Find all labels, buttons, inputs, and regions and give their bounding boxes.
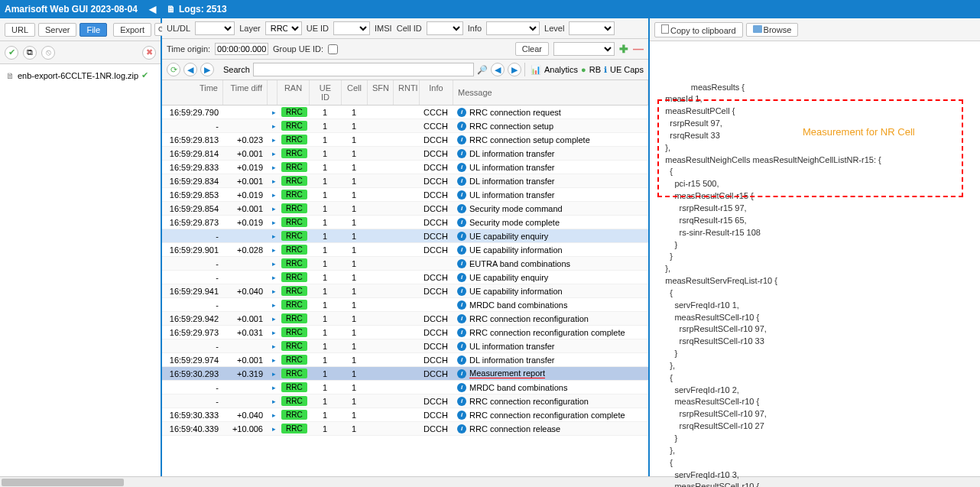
search-next-icon[interactable]: ▶: [508, 63, 521, 76]
level-select[interactable]: [569, 21, 615, 35]
table-row[interactable]: -▸RRC11iEUTRA band combinations: [162, 257, 648, 271]
right-pane: Copy to clipboard Browse Measurement for…: [650, 0, 980, 487]
table-row[interactable]: -▸RRC11iMRDC band combinations: [162, 381, 648, 394]
table-row[interactable]: 16:59:29.941+0.040▸RRC11DCCHiUE capabili…: [162, 284, 648, 298]
col-rnti[interactable]: RNTI: [394, 80, 420, 105]
grid-body[interactable]: 16:59:29.790▸RRC11CCCHiRRC connection re…: [162, 106, 648, 487]
info-icon: i: [457, 300, 466, 310]
collapse-left-icon[interactable]: ◀: [149, 4, 156, 15]
table-row[interactable]: 16:59:29.814+0.001▸RRC11DCCHiDL informat…: [162, 147, 648, 161]
stop-icon[interactable]: ⦸: [41, 46, 55, 60]
table-row[interactable]: -▸RRC11DCCHiRRC connection reconfigurati…: [162, 394, 648, 408]
info-icon: i: [457, 424, 466, 433]
ueid-label: UE ID: [307, 24, 329, 33]
table-row[interactable]: -▸RRC11DCCHiUE capability enquiry: [162, 229, 648, 243]
detail-body[interactable]: Measurement for NR Cell measResults { me…: [650, 41, 980, 487]
table-row[interactable]: 16:59:29.854+0.001▸RRC11DCCHiSecurity mo…: [162, 202, 648, 216]
table-row[interactable]: 16:59:29.790▸RRC11CCCHiRRC connection re…: [162, 106, 648, 119]
table-row[interactable]: -▸RRC11DCCHiUL information transfer: [162, 339, 648, 353]
rb-label[interactable]: RB: [589, 65, 601, 74]
uecaps-label[interactable]: UE Caps: [610, 65, 644, 74]
uldl-select[interactable]: [195, 21, 235, 35]
cellid-label: Cell ID: [397, 24, 422, 33]
table-row[interactable]: 16:59:29.942+0.001▸RRC11DCCHiRRC connect…: [162, 312, 648, 326]
table-row[interactable]: -▸RRC11DCCHiUE capability enquiry: [162, 271, 648, 284]
info-icon: i: [457, 328, 466, 337]
group-ueid-label: Group UE ID:: [273, 44, 323, 54]
reload-icon[interactable]: ⟳: [167, 63, 180, 76]
col-diff[interactable]: Time diff: [223, 80, 268, 105]
layer-select[interactable]: RRC: [265, 21, 302, 35]
filter-row2: Time origin: Group UE ID: Clear ✚ —: [162, 39, 648, 60]
info-icon: i: [457, 204, 466, 213]
copy-icon[interactable]: ⧉: [23, 46, 37, 60]
remove-icon[interactable]: —: [633, 43, 644, 55]
table-row[interactable]: -▸RRC11iMRDC band combinations: [162, 298, 648, 312]
logs-tab[interactable]: 🗎 Logs: 2513: [162, 0, 648, 18]
time-origin-input[interactable]: [215, 43, 268, 55]
uldl-label: UL/DL: [167, 24, 190, 33]
info-icon: i: [457, 108, 466, 117]
level-label: Level: [544, 24, 564, 33]
highlight-box: [657, 99, 963, 197]
info-icon: i: [457, 149, 466, 158]
add-icon[interactable]: ✚: [619, 43, 628, 55]
info-icon: i: [457, 273, 466, 282]
table-row[interactable]: 16:59:29.833+0.019▸RRC11DCCHiUL informat…: [162, 161, 648, 174]
info-select[interactable]: [486, 21, 540, 35]
search-prev-icon[interactable]: ◀: [491, 63, 505, 76]
table-row[interactable]: 16:59:29.873+0.019▸RRC11DCCHiSecurity mo…: [162, 216, 648, 229]
info-icon: i: [457, 383, 466, 392]
table-row[interactable]: 16:59:40.339+10.006▸RRC11DCCHiRRC connec…: [162, 422, 648, 436]
close-icon[interactable]: ✖: [142, 46, 156, 60]
next-icon[interactable]: ▶: [200, 63, 214, 76]
group-ueid-checkbox[interactable]: [328, 44, 338, 54]
file-tree: 🗎 enb-export-6CCLTE-1NR.log.zip ✔: [0, 64, 161, 86]
analytics-label[interactable]: Analytics: [544, 65, 578, 74]
uecaps-icon: ℹ: [604, 65, 607, 75]
table-row[interactable]: 16:59:30.293+0.319▸RRC11DCCHiMeasurement…: [162, 367, 648, 381]
table-row[interactable]: 16:59:29.834+0.001▸RRC11DCCHiDL informat…: [162, 174, 648, 188]
info-icon: i: [457, 177, 466, 186]
center-pane: 🗎 Logs: 2513 UL/DL Layer RRC UE ID IMSI …: [162, 0, 650, 487]
clear-button[interactable]: Clear: [515, 42, 549, 56]
info-icon: i: [457, 356, 466, 365]
search-input[interactable]: [253, 63, 474, 76]
right-toolbar: Copy to clipboard Browse: [650, 18, 980, 41]
col-msg[interactable]: Message: [453, 80, 648, 105]
binoculars-icon[interactable]: 🔎: [477, 65, 488, 75]
col-time[interactable]: Time: [162, 80, 223, 105]
col-ran[interactable]: RAN: [277, 80, 310, 105]
ueid-select[interactable]: [333, 21, 370, 35]
table-row[interactable]: 16:59:30.333+0.040▸RRC11DCCHiRRC connect…: [162, 408, 648, 422]
folder-icon: [753, 25, 762, 33]
table-row[interactable]: 16:59:29.974+0.001▸RRC11DCCHiDL informat…: [162, 353, 648, 367]
export-button[interactable]: Export: [113, 23, 151, 37]
col-ueid[interactable]: UE ID: [310, 80, 342, 105]
left-toolbar2: ✔ ⧉ ⦸ ✖: [0, 41, 161, 64]
copy-clipboard-button[interactable]: Copy to clipboard: [654, 22, 743, 37]
status-ok-icon[interactable]: ✔: [5, 46, 18, 60]
browse-button[interactable]: Browse: [746, 23, 799, 37]
table-row[interactable]: 16:59:29.901+0.028▸RRC11DCCHiUE capabili…: [162, 243, 648, 257]
file-button[interactable]: File: [80, 23, 107, 37]
file-icon: 🗎: [6, 71, 15, 80]
info-icon: i: [457, 314, 466, 323]
table-row[interactable]: 16:59:29.853+0.019▸RRC11DCCHiUL informat…: [162, 188, 648, 202]
server-button[interactable]: Server: [38, 23, 76, 37]
tree-file-item[interactable]: 🗎 enb-export-6CCLTE-1NR.log.zip ✔: [3, 69, 157, 82]
grid-header: Time Time diff RAN UE ID Cell SFN RNTI I…: [162, 80, 648, 106]
info-icon: i: [457, 135, 466, 144]
info-icon: i: [457, 397, 466, 406]
col-cell[interactable]: Cell: [342, 80, 368, 105]
table-row[interactable]: -▸RRC11CCCHiRRC connection setup: [162, 119, 648, 133]
table-row[interactable]: 16:59:29.973+0.031▸RRC11DCCHiRRC connect…: [162, 326, 648, 339]
col-info[interactable]: Info: [420, 80, 453, 105]
prev-icon[interactable]: ◀: [183, 63, 197, 76]
preset-select[interactable]: [553, 42, 615, 56]
cellid-select[interactable]: [427, 21, 463, 35]
url-button[interactable]: URL: [5, 23, 35, 37]
table-row[interactable]: 16:59:29.813+0.023▸RRC11DCCHiRRC connect…: [162, 133, 648, 147]
col-sfn[interactable]: SFN: [368, 80, 394, 105]
time-origin-label: Time origin:: [167, 44, 210, 54]
